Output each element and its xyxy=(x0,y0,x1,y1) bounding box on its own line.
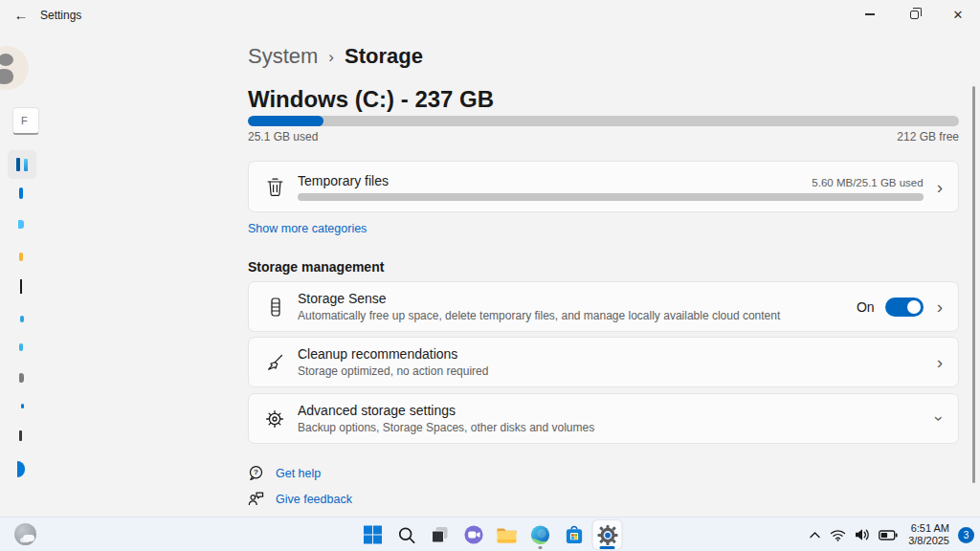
trash-icon xyxy=(264,178,285,196)
storage-sense-description: Automatically free up space, delete temp… xyxy=(298,309,843,322)
sidebar-item-icon[interactable] xyxy=(20,279,22,294)
scrollbar[interactable] xyxy=(972,86,975,483)
advanced-storage-description: Backup options, Storage Spaces, other di… xyxy=(298,421,924,434)
tray-time: 6:51 AM xyxy=(908,522,949,535)
free-label: 212 GB free xyxy=(897,130,959,143)
advanced-storage-title: Advanced storage settings xyxy=(298,403,924,418)
breadcrumb-storage: Storage xyxy=(345,44,423,69)
wifi-icon xyxy=(830,529,846,541)
running-indicator xyxy=(539,546,543,549)
sidebar-item-system-selected[interactable] xyxy=(8,150,36,179)
breadcrumb: System › Storage xyxy=(248,44,423,69)
system-icon-part xyxy=(24,159,28,171)
storage-page: System › Storage Windows (C:) - 237 GB 2… xyxy=(40,29,980,517)
sidebar-item-icon[interactable] xyxy=(19,430,22,441)
storage-sense-card[interactable]: Storage Sense Automatically free up spac… xyxy=(248,281,959,332)
title-bar: ← Settings ✕ xyxy=(0,0,980,29)
temporary-files-usage: 5.60 MB/25.1 GB used xyxy=(812,177,923,188)
weather-icon xyxy=(14,523,36,545)
drive-usage-labels: 25.1 GB used 212 GB free xyxy=(248,130,959,143)
user-avatar[interactable] xyxy=(0,46,29,90)
start-button[interactable] xyxy=(359,520,388,549)
sidebar-item-icon[interactable] xyxy=(18,220,24,229)
show-more-categories-link[interactable]: Show more categories xyxy=(248,222,367,235)
svg-text:?: ? xyxy=(254,468,258,476)
drive-usage-bar xyxy=(248,116,959,126)
window-controls: ✕ xyxy=(848,0,980,29)
toggle-knob xyxy=(907,300,921,314)
volume-button[interactable] xyxy=(853,526,872,543)
breadcrumb-system[interactable]: System xyxy=(248,44,318,69)
sidebar-item-icon[interactable] xyxy=(19,187,23,199)
chevron-right-icon: › xyxy=(937,178,943,196)
restore-button[interactable] xyxy=(892,0,936,29)
settings-button[interactable] xyxy=(593,520,622,549)
cleanup-title: Cleanup recommendations xyxy=(298,346,924,362)
minimize-button[interactable] xyxy=(848,0,892,29)
storage-sense-toggle[interactable] xyxy=(885,298,924,317)
search-button[interactable] xyxy=(392,520,421,549)
wifi-button[interactable] xyxy=(828,527,848,543)
sidebar-item-icon[interactable] xyxy=(17,461,25,477)
close-button[interactable]: ✕ xyxy=(936,0,980,29)
search-icon xyxy=(397,526,415,544)
storage-sense-icon xyxy=(264,298,285,317)
microsoft-store-icon xyxy=(564,524,584,546)
search-input[interactable]: F xyxy=(12,107,39,135)
minimize-icon xyxy=(865,13,875,14)
broom-icon xyxy=(264,353,285,372)
battery-button[interactable] xyxy=(877,528,900,542)
chat-icon xyxy=(462,524,484,546)
help-icon: ? xyxy=(248,465,265,481)
storage-sense-toggle-state: On xyxy=(857,299,875,315)
chat-button[interactable] xyxy=(459,520,488,549)
notification-badge[interactable]: 3 xyxy=(958,527,974,543)
back-button[interactable]: ← xyxy=(8,3,34,26)
cleanup-recommendations-card[interactable]: Cleanup recommendations Storage optimize… xyxy=(248,337,959,387)
restore-icon xyxy=(910,11,919,19)
active-indicator xyxy=(600,546,615,549)
advanced-storage-settings-card[interactable]: Advanced storage settings Backup options… xyxy=(248,393,959,444)
give-feedback-link[interactable]: Give feedback xyxy=(276,493,352,506)
clock[interactable]: 6:51 AM 3/8/2025 xyxy=(908,522,949,547)
sidebar-item-icon[interactable] xyxy=(19,373,24,383)
get-help-link[interactable]: Get help xyxy=(276,467,321,480)
settings-window: ← Settings ✕ F System › Storage xyxy=(0,0,980,517)
sidebar-item-icon[interactable] xyxy=(20,316,24,322)
microsoft-store-button[interactable] xyxy=(560,520,589,549)
sidebar-item-icon[interactable] xyxy=(19,343,23,351)
temporary-files-title: Temporary files xyxy=(298,173,389,188)
file-explorer-button[interactable] xyxy=(493,520,522,549)
drive-usage-fill xyxy=(248,116,323,126)
tray-date: 3/8/2025 xyxy=(908,535,949,547)
give-feedback-row[interactable]: Give feedback xyxy=(248,491,352,507)
drive-title: Windows (C:) - 237 GB xyxy=(248,86,494,113)
widgets-weather-button[interactable] xyxy=(10,520,42,549)
used-label: 25.1 GB used xyxy=(248,130,318,143)
battery-icon xyxy=(879,530,898,540)
taskbar: 6:51 AM 3/8/2025 3 xyxy=(0,517,980,551)
file-explorer-icon xyxy=(497,526,518,544)
storage-management-heading: Storage management xyxy=(248,259,384,275)
task-view-button[interactable] xyxy=(426,520,455,549)
task-view-icon xyxy=(431,525,450,544)
temporary-files-card[interactable]: Temporary files 5.60 MB/25.1 GB used › xyxy=(248,161,959,212)
windows-logo-icon xyxy=(364,525,383,544)
breadcrumb-separator-icon: › xyxy=(328,48,334,67)
volume-icon xyxy=(855,528,870,541)
chevron-right-icon: › xyxy=(937,298,943,316)
sidebar-item-icon[interactable] xyxy=(19,253,23,261)
system-tray: 6:51 AM 3/8/2025 3 xyxy=(807,518,974,551)
edge-button[interactable] xyxy=(526,520,555,549)
get-help-row[interactable]: ? Get help xyxy=(248,465,321,481)
tray-overflow-button[interactable] xyxy=(807,529,823,541)
sidebar-item-icon[interactable] xyxy=(21,404,24,408)
edge-icon xyxy=(530,524,551,545)
chevron-up-icon xyxy=(809,531,821,540)
cleanup-description: Storage optimized, no action required xyxy=(298,364,924,378)
storage-sense-title: Storage Sense xyxy=(298,291,843,306)
gear-icon xyxy=(264,409,285,429)
chevron-down-icon: › xyxy=(932,416,948,422)
close-icon: ✕ xyxy=(953,8,964,22)
taskbar-center xyxy=(359,518,622,551)
